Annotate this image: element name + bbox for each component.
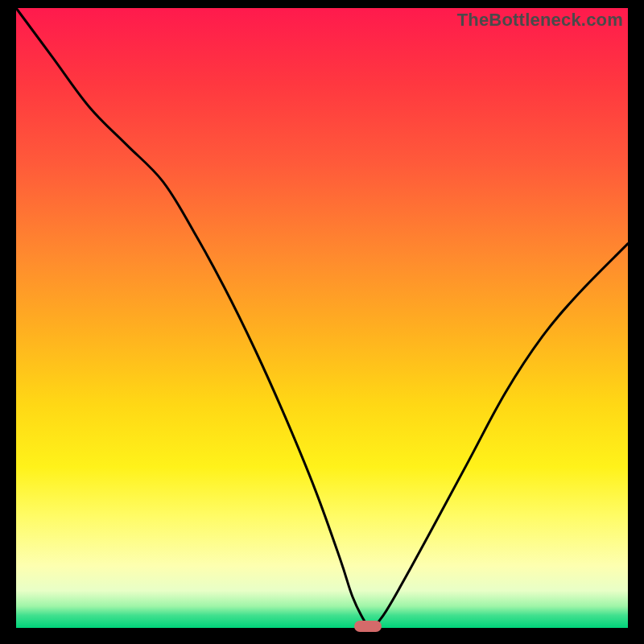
bottleneck-curve — [16, 8, 628, 628]
plot-area: TheBottleneck.com — [16, 8, 628, 628]
curve-layer — [16, 8, 628, 628]
minimum-marker — [354, 621, 382, 632]
chart-frame: TheBottleneck.com — [0, 0, 644, 644]
